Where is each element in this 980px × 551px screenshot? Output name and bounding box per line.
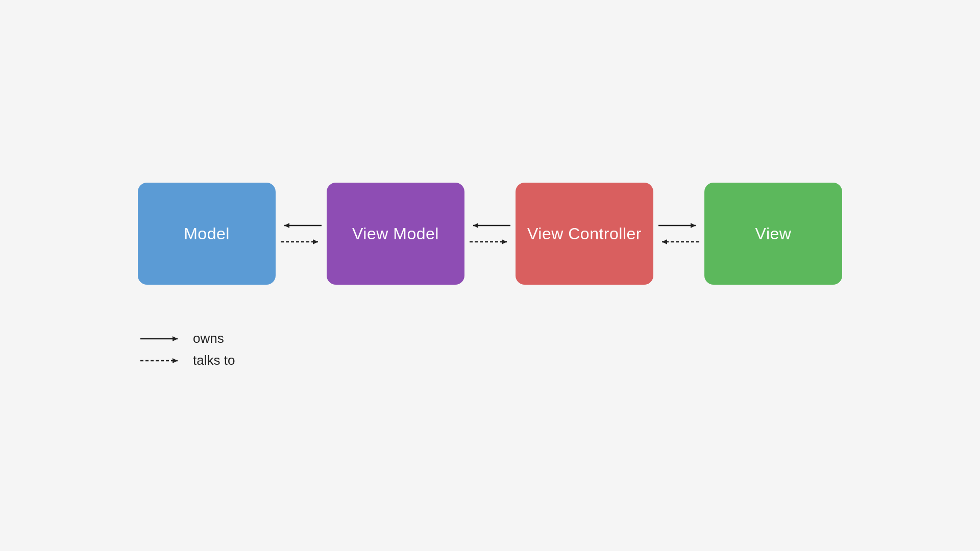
solid-arrow-right-3 bbox=[656, 220, 702, 231]
box-viewmodel-label: View Model bbox=[352, 224, 439, 243]
svg-marker-7 bbox=[502, 239, 507, 244]
svg-marker-5 bbox=[473, 223, 478, 228]
dashed-arrow-right-1 bbox=[278, 236, 324, 247]
svg-marker-15 bbox=[173, 358, 178, 363]
legend-owns-label: owns bbox=[193, 331, 224, 346]
svg-marker-3 bbox=[313, 239, 318, 244]
diagram-row: Model View Model bbox=[138, 183, 842, 285]
solid-arrow-left-1 bbox=[278, 220, 324, 231]
legend-dashed-arrow bbox=[138, 355, 184, 366]
arrow-group-model-viewmodel bbox=[276, 220, 327, 247]
box-viewmodel: View Model bbox=[327, 183, 464, 285]
svg-marker-1 bbox=[284, 223, 289, 228]
dashed-arrow-left-3 bbox=[656, 236, 702, 247]
legend-item-owns: owns bbox=[138, 331, 235, 346]
box-model: Model bbox=[138, 183, 276, 285]
legend-talks-to-label: talks to bbox=[193, 353, 235, 368]
solid-arrow-left-2 bbox=[467, 220, 513, 231]
box-view: View bbox=[704, 183, 842, 285]
arrow-group-viewcontroller-view bbox=[653, 220, 704, 247]
svg-marker-13 bbox=[173, 336, 178, 341]
legend: owns talks to bbox=[138, 331, 235, 368]
arrow-group-viewmodel-viewcontroller bbox=[464, 220, 516, 247]
svg-marker-9 bbox=[691, 223, 696, 228]
svg-marker-11 bbox=[662, 239, 667, 244]
box-viewcontroller: View Controller bbox=[516, 183, 653, 285]
box-viewcontroller-label: View Controller bbox=[527, 224, 642, 243]
legend-solid-arrow bbox=[138, 333, 184, 344]
dashed-arrow-right-2 bbox=[467, 236, 513, 247]
box-view-label: View bbox=[755, 224, 792, 243]
legend-item-talks-to: talks to bbox=[138, 353, 235, 368]
main-container: Model View Model bbox=[138, 183, 842, 368]
box-model-label: Model bbox=[184, 224, 230, 243]
